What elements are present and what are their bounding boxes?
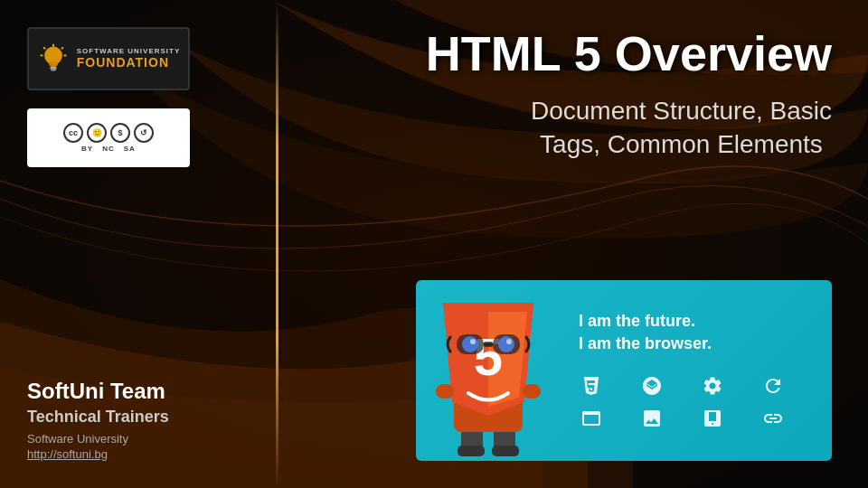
mascot-icon-css bbox=[579, 373, 604, 399]
mascot-banner: 5 bbox=[416, 280, 832, 461]
subtitle: Document Structure, BasicTags, Common El… bbox=[531, 95, 832, 161]
svg-line-5 bbox=[43, 47, 45, 49]
cc-by-icon: 🙂 bbox=[87, 123, 107, 143]
mascot-quote-line1: I am the future. bbox=[579, 310, 814, 333]
cc-label-by: BY bbox=[81, 145, 93, 153]
mascot-icon-mobile bbox=[700, 406, 725, 431]
softuni-foundation-logo: SOFTWARE UNIVERSITY FOUNDATION bbox=[27, 27, 190, 90]
svg-rect-12 bbox=[492, 446, 519, 456]
svg-rect-3 bbox=[51, 70, 55, 71]
cc-label-sa: SA bbox=[124, 145, 136, 153]
cc-nc-icon: $ bbox=[110, 123, 130, 143]
mascot-icon-gear bbox=[700, 373, 725, 399]
creative-commons-badge: cc 🙂 $ ↺ BY NC SA bbox=[27, 108, 190, 167]
mascot-icon-image bbox=[639, 406, 665, 431]
presenter-org: Software University bbox=[27, 432, 253, 446]
mascot-text-area: I am the future. I am the browser. bbox=[561, 296, 832, 446]
right-panel: HTML 5 Overview Document Structure, Basi… bbox=[280, 0, 868, 488]
svg-point-18 bbox=[462, 336, 478, 352]
svg-point-20 bbox=[470, 339, 476, 344]
svg-rect-2 bbox=[50, 67, 56, 70]
subtitle-text: Document Structure, BasicTags, Common El… bbox=[531, 97, 832, 157]
main-title: HTML 5 Overview bbox=[426, 27, 832, 80]
presenter-name: SoftUni Team bbox=[27, 379, 253, 404]
presenter-section: SoftUni Team Technical Trainers Software… bbox=[27, 379, 253, 461]
cc-icon: cc bbox=[63, 123, 83, 143]
mascot-icon-link bbox=[760, 406, 786, 431]
mascot-icon-refresh bbox=[760, 373, 786, 399]
svg-point-1 bbox=[44, 47, 62, 65]
mascot-quote: I am the future. I am the browser. bbox=[579, 310, 814, 355]
svg-rect-23 bbox=[436, 384, 454, 399]
svg-point-19 bbox=[498, 336, 514, 352]
logo-text-foundation: FOUNDATION bbox=[77, 56, 181, 70]
svg-rect-24 bbox=[523, 384, 541, 399]
html5-robot-svg: 5 bbox=[434, 294, 542, 461]
svg-rect-11 bbox=[458, 446, 485, 456]
mascot-icon-browser bbox=[579, 406, 604, 431]
presenter-title: Technical Trainers bbox=[27, 408, 253, 427]
mascot-quote-line2: I am the browser. bbox=[579, 333, 814, 355]
presenter-link[interactable]: http://softuni.bg bbox=[27, 447, 253, 461]
left-panel: SOFTWARE UNIVERSITY FOUNDATION cc 🙂 $ ↺ … bbox=[0, 0, 280, 488]
html5-mascot-figure: 5 bbox=[416, 280, 561, 461]
svg-point-21 bbox=[506, 339, 512, 344]
bulb-icon bbox=[37, 42, 70, 75]
mascot-icon-html bbox=[639, 373, 665, 399]
cc-label-nc: NC bbox=[102, 145, 115, 153]
svg-line-6 bbox=[61, 47, 63, 49]
mascot-icons-grid bbox=[579, 373, 814, 431]
cc-sa-icon: ↺ bbox=[134, 123, 154, 143]
